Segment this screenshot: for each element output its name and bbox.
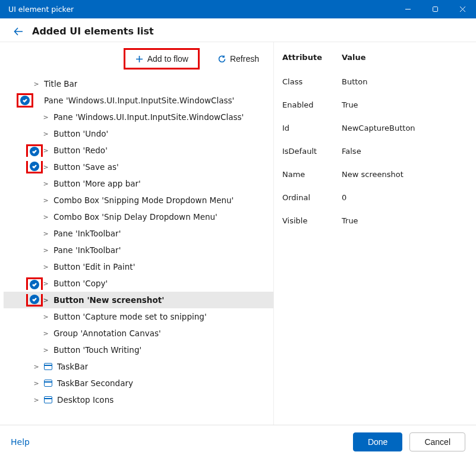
svg-rect-0 <box>433 7 437 12</box>
expander-icon[interactable]: > <box>42 247 50 254</box>
highlight-check <box>26 161 43 173</box>
check-slot <box>29 144 40 157</box>
done-button[interactable]: Done <box>353 432 402 451</box>
property-value: NewCaptureButton <box>342 124 468 132</box>
tree-row[interactable]: >Button 'Copy' <box>4 275 273 292</box>
expander-icon[interactable]: > <box>42 197 50 204</box>
tree-row[interactable]: >Title Bar <box>4 75 273 92</box>
tree-row[interactable]: >Desktop Icons <box>4 391 273 408</box>
arrow-left-icon <box>13 26 24 37</box>
tree-item-label: TaskBar Secondary <box>57 378 133 388</box>
tree-row[interactable]: >TaskBar Secondary <box>4 375 273 391</box>
expander-icon[interactable]: > <box>32 380 40 387</box>
refresh-button[interactable]: Refresh <box>210 51 266 67</box>
expander-icon[interactable]: > <box>42 313 50 321</box>
add-to-flow-label: Add to flow <box>147 54 188 64</box>
window-icon <box>44 396 52 403</box>
back-button[interactable] <box>13 26 24 37</box>
expander-icon[interactable]: > <box>42 163 50 171</box>
highlight-check <box>17 93 33 108</box>
property-attr: Visible <box>282 216 342 225</box>
expander-icon[interactable]: > <box>42 280 50 288</box>
property-value: Button <box>342 77 468 86</box>
properties-list: ClassButtonEnabledTrueIdNewCaptureButton… <box>282 70 468 232</box>
tree-toolbar: Add to flow Refresh <box>0 42 273 75</box>
tree-row[interactable]: >Combo Box 'Snip Delay Dropdown Menu' <box>4 209 273 225</box>
tree-row[interactable]: >Group 'Annotation Canvas' <box>4 325 273 342</box>
tree-panel: Add to flow Refresh >Title BarPane 'Wind… <box>0 42 273 425</box>
tree-item-label: Button 'New screenshot' <box>53 295 164 305</box>
expander-icon[interactable]: > <box>42 147 50 154</box>
tree-row[interactable]: Pane 'Windows.UI.Input.InputSite.WindowC… <box>4 92 273 109</box>
titlebar: UI element picker <box>0 0 476 18</box>
property-attr: Id <box>282 124 342 132</box>
footer: Help Done Cancel <box>0 425 476 458</box>
check-slot <box>29 161 40 173</box>
tree-row[interactable]: >Pane 'InkToolbar' <box>4 242 273 258</box>
add-to-flow-button[interactable]: Add to flow <box>128 51 196 67</box>
tree-row[interactable]: >Button 'More app bar' <box>4 175 273 192</box>
cancel-button[interactable]: Cancel <box>409 432 465 451</box>
tree-item-label: Combo Box 'Snipping Mode Dropdown Menu' <box>53 195 234 205</box>
property-attr: Ordinal <box>282 193 342 202</box>
tree-row[interactable]: >Button 'Edit in Paint' <box>4 258 273 275</box>
property-attr: IsDefault <box>282 147 342 156</box>
tree-item-label: Button 'Capture mode set to snipping' <box>53 312 207 321</box>
minimize-button[interactable] <box>394 0 421 18</box>
maximize-button[interactable] <box>421 0 449 18</box>
properties-header: Attribute Value <box>282 53 468 62</box>
highlight-check <box>26 294 43 307</box>
window-icon <box>44 363 52 370</box>
window-buttons <box>394 0 476 18</box>
property-attr: Enabled <box>282 100 342 109</box>
checked-icon <box>30 162 39 171</box>
tree-row[interactable]: >Button 'Save as' <box>4 159 273 175</box>
tree-row[interactable]: >Pane 'InkToolbar' <box>4 225 273 242</box>
page-title: Added UI elements list <box>32 26 154 37</box>
help-link[interactable]: Help <box>11 437 30 447</box>
tree-row[interactable]: >Button 'Capture mode set to snipping' <box>4 308 273 325</box>
property-attr: Name <box>282 170 342 179</box>
expander-icon[interactable]: > <box>42 180 50 188</box>
expander-icon[interactable]: > <box>42 263 50 271</box>
tree-item-label: Button 'More app bar' <box>53 179 141 188</box>
tree-item-label: Button 'Undo' <box>53 129 108 138</box>
tree-row[interactable]: >Button 'Undo' <box>4 125 273 142</box>
expander-icon[interactable]: > <box>32 80 40 88</box>
tree-item-label: Desktop Icons <box>57 395 114 405</box>
tree-row[interactable]: >TaskBar <box>4 358 273 375</box>
tree-row[interactable]: >Button 'New screenshot' <box>4 292 273 308</box>
tree-item-label: Group 'Annotation Canvas' <box>53 329 161 338</box>
property-row: IdNewCaptureButton <box>282 116 468 140</box>
tree-item-label: Title Bar <box>44 79 77 89</box>
refresh-label: Refresh <box>230 54 259 64</box>
expander-icon[interactable]: > <box>42 296 50 304</box>
tree-item-label: Pane 'InkToolbar' <box>53 229 121 238</box>
close-button[interactable] <box>449 0 476 18</box>
property-row: IsDefaultFalse <box>282 140 468 163</box>
checked-icon <box>30 147 39 156</box>
expander-icon[interactable]: > <box>42 230 50 238</box>
expander-icon[interactable]: > <box>42 330 50 337</box>
property-row: ClassButton <box>282 70 468 93</box>
expander-icon[interactable]: > <box>42 213 50 221</box>
checked-icon <box>20 96 30 105</box>
property-row: NameNew screenshot <box>282 163 468 186</box>
expander-icon[interactable]: > <box>42 130 50 138</box>
tree-item-label: Combo Box 'Snip Delay Dropdown Menu' <box>53 212 217 222</box>
property-row: EnabledTrue <box>282 93 468 116</box>
breadcrumb: Added UI elements list <box>0 18 476 42</box>
ui-element-tree[interactable]: >Title BarPane 'Windows.UI.Input.InputSi… <box>0 75 273 425</box>
tree-item-label: Button 'Edit in Paint' <box>53 262 135 271</box>
window-title: UI element picker <box>8 5 74 14</box>
tree-row[interactable]: >Pane 'Windows.UI.Input.InputSite.Window… <box>4 109 273 125</box>
tree-row[interactable]: >Button 'Redo' <box>4 142 273 159</box>
property-value: False <box>342 147 468 156</box>
expander-icon[interactable]: > <box>42 346 50 354</box>
expander-icon[interactable]: > <box>32 363 40 371</box>
tree-row[interactable]: >Combo Box 'Snipping Mode Dropdown Menu' <box>4 192 273 209</box>
properties-header-attr: Attribute <box>282 53 342 62</box>
expander-icon[interactable]: > <box>32 396 40 404</box>
tree-row[interactable]: >Button 'Touch Writing' <box>4 342 273 358</box>
expander-icon[interactable]: > <box>42 113 50 121</box>
